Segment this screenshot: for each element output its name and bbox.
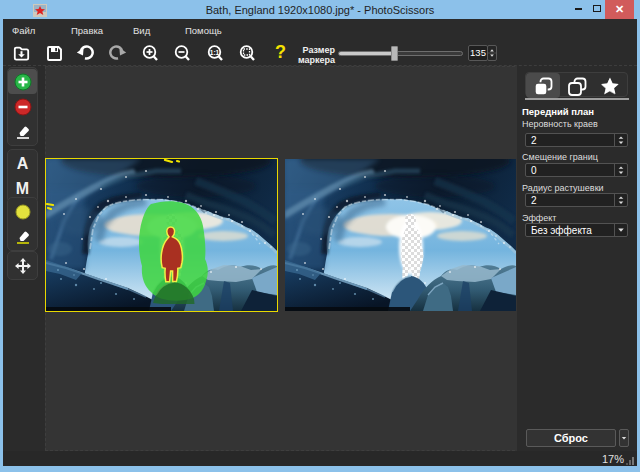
svg-text:1:1: 1:1 xyxy=(209,49,219,56)
